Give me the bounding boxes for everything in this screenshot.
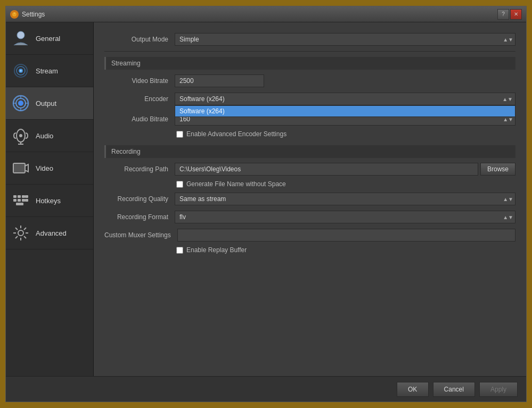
replay-buffer-label: Enable Replay Buffer bbox=[186, 246, 247, 254]
advanced-encoder-row: Enable Advanced Encoder Settings bbox=[104, 128, 515, 140]
svg-point-10 bbox=[19, 134, 22, 137]
content-inner: Output Mode Simple Advanced ▲▼ Streaming… bbox=[94, 22, 526, 376]
sidebar-label-output: Output bbox=[36, 99, 56, 107]
sidebar-label-audio: Audio bbox=[36, 132, 53, 140]
custom-muxer-label: Custom Muxer Settings bbox=[104, 231, 171, 239]
audio-icon bbox=[11, 126, 30, 145]
svg-rect-14 bbox=[14, 164, 24, 172]
svg-point-8 bbox=[18, 101, 23, 106]
replay-buffer-row: Enable Replay Buffer bbox=[104, 244, 515, 256]
svg-marker-15 bbox=[25, 164, 28, 172]
main-content: Output Mode Simple Advanced ▲▼ Streaming… bbox=[94, 22, 526, 376]
custom-muxer-input[interactable] bbox=[177, 229, 515, 242]
recording-path-label: Recording Path bbox=[104, 165, 168, 173]
help-button[interactable]: ? bbox=[497, 9, 509, 20]
recording-quality-wrapper: Same as stream High Quality Indistinguis… bbox=[175, 193, 515, 205]
browse-button[interactable]: Browse bbox=[480, 163, 515, 176]
advanced-icon bbox=[11, 223, 30, 243]
sidebar-label-video: Video bbox=[36, 164, 53, 172]
sidebar-label-general: General bbox=[36, 35, 60, 43]
video-icon bbox=[11, 159, 30, 178]
hotkeys-icon bbox=[11, 191, 30, 210]
output-icon bbox=[11, 94, 30, 113]
encoder-value: Software (x264) bbox=[179, 95, 225, 103]
encoder-arrow-icon: ▲▼ bbox=[502, 96, 513, 102]
footer: OK Cancel Apply bbox=[6, 376, 526, 402]
sidebar-item-video[interactable]: Video bbox=[6, 152, 93, 185]
recording-path-row: Recording Path Browse bbox=[104, 160, 515, 178]
sidebar-item-hotkeys[interactable]: Hotkeys bbox=[6, 185, 93, 217]
encoder-label: Encoder bbox=[104, 95, 168, 103]
sidebar-item-general[interactable]: General bbox=[6, 22, 93, 55]
window-body: General Stream bbox=[6, 22, 526, 376]
settings-window: Settings ? ✕ General bbox=[5, 6, 527, 402]
encoder-dropdown: Software (x264) bbox=[175, 105, 515, 117]
svg-rect-21 bbox=[22, 199, 25, 202]
titlebar-buttons: ? ✕ bbox=[497, 9, 522, 20]
general-icon bbox=[11, 29, 30, 48]
generate-filename-label: Generate File Name without Space bbox=[186, 180, 286, 188]
svg-point-5 bbox=[20, 70, 22, 72]
sidebar-label-hotkeys: Hotkeys bbox=[36, 197, 61, 205]
audio-bitrate-label: Audio Bitrate bbox=[104, 115, 168, 123]
recording-format-row: Recording Format flv mp4 mov mkv ts m3u8… bbox=[104, 208, 515, 226]
recording-format-wrapper: flv mp4 mov mkv ts m3u8 ▲▼ bbox=[175, 211, 515, 223]
svg-rect-24 bbox=[25, 199, 28, 202]
generate-filename-row: Generate File Name without Space bbox=[104, 178, 515, 190]
recording-path-input[interactable] bbox=[175, 163, 478, 176]
svg-rect-19 bbox=[13, 199, 17, 202]
recording-format-label: Recording Format bbox=[104, 213, 168, 221]
sidebar-item-audio[interactable]: Audio bbox=[6, 120, 93, 152]
video-bitrate-label: Video Bitrate bbox=[104, 77, 168, 85]
sidebar-item-output[interactable]: Output bbox=[6, 87, 93, 120]
output-mode-select[interactable]: Simple Advanced bbox=[175, 33, 515, 46]
streaming-section-header: Streaming bbox=[104, 57, 515, 70]
titlebar-left: Settings bbox=[10, 10, 45, 19]
svg-rect-23 bbox=[25, 195, 28, 198]
sidebar: General Stream bbox=[6, 22, 94, 376]
output-mode-label: Output Mode bbox=[104, 36, 168, 43]
output-mode-row: Output Mode Simple Advanced ▲▼ bbox=[104, 28, 515, 52]
video-bitrate-row: Video Bitrate bbox=[104, 72, 515, 90]
advanced-encoder-checkbox[interactable] bbox=[176, 131, 183, 138]
recording-quality-label: Recording Quality bbox=[104, 195, 168, 203]
titlebar: Settings ? ✕ bbox=[6, 6, 526, 22]
video-bitrate-wrapper bbox=[175, 74, 515, 87]
sidebar-item-advanced[interactable]: Advanced bbox=[6, 217, 93, 249]
svg-rect-22 bbox=[16, 203, 23, 205]
svg-rect-18 bbox=[22, 195, 25, 198]
cancel-button[interactable]: Cancel bbox=[433, 382, 475, 397]
stream-icon bbox=[11, 61, 30, 80]
close-button[interactable]: ✕ bbox=[510, 9, 522, 20]
replay-buffer-checkbox[interactable] bbox=[176, 247, 183, 254]
recording-quality-select[interactable]: Same as stream High Quality Indistinguis… bbox=[175, 193, 515, 205]
encoder-container: Software (x264) ▲▼ Software (x264) bbox=[175, 93, 515, 105]
window-title: Settings bbox=[22, 11, 45, 18]
output-mode-select-wrapper: Simple Advanced ▲▼ bbox=[175, 33, 515, 46]
svg-rect-17 bbox=[18, 195, 21, 198]
svg-point-1 bbox=[17, 31, 24, 39]
svg-point-25 bbox=[18, 230, 23, 236]
encoder-option-software[interactable]: Software (x264) bbox=[175, 106, 515, 116]
custom-muxer-row: Custom Muxer Settings bbox=[104, 226, 515, 244]
app-icon bbox=[10, 10, 19, 19]
ok-button[interactable]: OK bbox=[397, 382, 429, 397]
svg-rect-16 bbox=[13, 195, 17, 198]
generate-filename-checkbox[interactable] bbox=[176, 181, 183, 188]
encoder-field[interactable]: Software (x264) ▲▼ bbox=[175, 93, 515, 105]
sidebar-item-stream[interactable]: Stream bbox=[6, 55, 93, 87]
apply-button[interactable]: Apply bbox=[479, 382, 518, 397]
encoder-row: Encoder Software (x264) ▲▼ Software (x26… bbox=[104, 90, 515, 108]
recording-quality-row: Recording Quality Same as stream High Qu… bbox=[104, 190, 515, 208]
video-bitrate-input[interactable] bbox=[175, 74, 264, 87]
recording-format-select[interactable]: flv mp4 mov mkv ts m3u8 bbox=[175, 211, 515, 223]
sidebar-label-stream: Stream bbox=[36, 67, 58, 75]
recording-section-header: Recording bbox=[104, 145, 515, 158]
sidebar-label-advanced: Advanced bbox=[36, 229, 67, 237]
svg-rect-20 bbox=[18, 199, 21, 202]
advanced-encoder-checkbox-label: Enable Advanced Encoder Settings bbox=[186, 130, 287, 138]
